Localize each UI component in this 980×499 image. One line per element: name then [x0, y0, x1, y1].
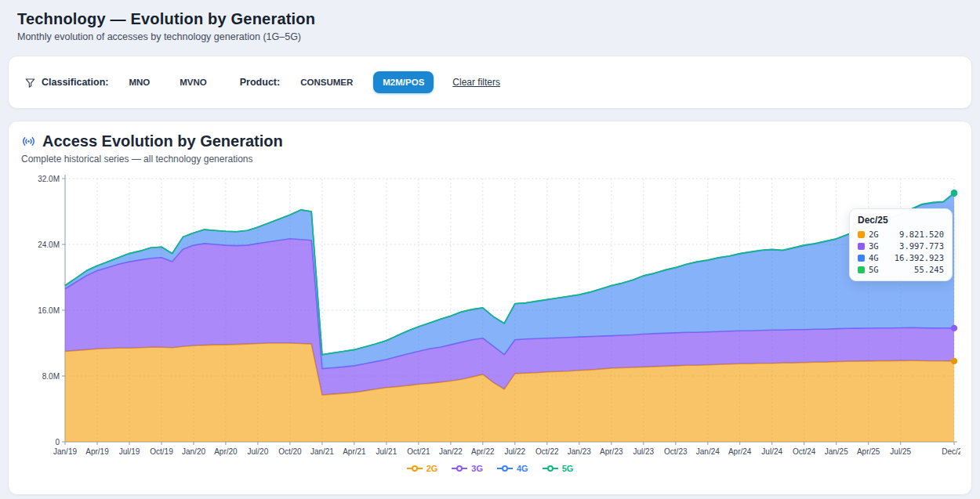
page-title: Technology — Evolution by Generation [17, 10, 963, 28]
svg-text:Apr/22: Apr/22 [471, 447, 495, 456]
svg-text:Apr/24: Apr/24 [728, 447, 752, 456]
svg-text:Jan/21: Jan/21 [310, 447, 334, 456]
tooltip-row: 4G16.392.923 [858, 253, 944, 262]
svg-text:Apr/25: Apr/25 [857, 447, 880, 456]
broadcast-icon [21, 134, 36, 149]
legend-item-2g[interactable]: 2G [407, 464, 438, 473]
chart-title: Access Evolution by Generation [42, 132, 283, 150]
tooltip-date: Dec/25 [858, 215, 944, 226]
svg-text:Jul/23: Jul/23 [633, 447, 654, 456]
svg-text:Oct/20: Oct/20 [278, 447, 302, 456]
svg-text:Apr/21: Apr/21 [343, 447, 366, 456]
legend-marker-icon [407, 465, 423, 472]
legend-marker-icon [452, 465, 467, 472]
svg-text:Apr/23: Apr/23 [600, 447, 623, 456]
chart-area[interactable]: Jan/19Apr/19Jul/19Oct/19Jan/20Apr/20Jul/… [21, 171, 959, 462]
svg-text:24.0M: 24.0M [38, 240, 60, 249]
svg-text:Dec/25: Dec/25 [942, 447, 960, 456]
funnel-icon [24, 77, 36, 89]
svg-text:Jan/19: Jan/19 [53, 447, 77, 456]
product-label: Product: [240, 77, 280, 88]
svg-text:Oct/24: Oct/24 [793, 447, 816, 456]
svg-text:8.0M: 8.0M [42, 372, 60, 381]
svg-text:Oct/23: Oct/23 [664, 447, 688, 456]
svg-text:Oct/21: Oct/21 [407, 447, 430, 456]
svg-text:Jan/24: Jan/24 [696, 447, 720, 456]
svg-text:Jul/20: Jul/20 [248, 447, 269, 456]
chart-card: Access Evolution by Generation Complete … [8, 121, 972, 495]
legend-item-4g[interactable]: 4G [497, 464, 528, 473]
stacked-area-chart[interactable]: Jan/19Apr/19Jul/19Oct/19Jan/20Apr/20Jul/… [21, 171, 960, 459]
svg-text:Jan/23: Jan/23 [568, 447, 591, 456]
filter-mno-button[interactable]: MNO [119, 71, 159, 93]
svg-text:32.0M: 32.0M [38, 175, 60, 183]
tooltip-row: 2G9.821.520 [858, 230, 944, 239]
legend-item-3g[interactable]: 3G [452, 464, 483, 473]
page-header: Technology — Evolution by Generation Mon… [0, 0, 980, 49]
svg-text:Jul/25: Jul/25 [890, 447, 911, 456]
svg-text:0: 0 [55, 438, 60, 447]
tooltip-row: 3G3.997.773 [858, 241, 944, 251]
filter-bar: Classification: MNO MVNO Product: CONSUM… [8, 56, 972, 109]
svg-text:Jul/19: Jul/19 [119, 447, 140, 456]
legend-item-5g[interactable]: 5G [543, 464, 574, 473]
svg-text:Jan/22: Jan/22 [439, 447, 463, 456]
svg-text:Jul/24: Jul/24 [761, 447, 782, 456]
series-swatch [858, 231, 865, 238]
svg-text:Jan/20: Jan/20 [182, 447, 205, 456]
svg-text:Jul/21: Jul/21 [376, 447, 397, 456]
svg-text:Oct/19: Oct/19 [150, 447, 173, 456]
filter-mvno-button[interactable]: MVNO [170, 71, 216, 93]
svg-text:16.0M: 16.0M [38, 306, 60, 315]
series-swatch [858, 266, 865, 273]
svg-text:Apr/20: Apr/20 [214, 447, 238, 456]
svg-text:Apr/19: Apr/19 [85, 447, 109, 456]
svg-text:Jul/22: Jul/22 [504, 447, 525, 456]
series-swatch [858, 255, 865, 262]
legend-marker-icon [497, 465, 513, 472]
page-subtitle: Monthly evolution of accesses by technol… [17, 31, 963, 42]
chart-legend: 2G3G4G5G [21, 464, 959, 473]
svg-text:Oct/22: Oct/22 [535, 447, 559, 456]
classification-label: Classification: [24, 77, 108, 89]
clear-filters-link[interactable]: Clear filters [452, 77, 500, 88]
filter-m2mpos-button[interactable]: M2M/POS [373, 71, 434, 93]
series-swatch [858, 243, 865, 250]
chart-subtitle: Complete historical series — all technol… [21, 154, 959, 165]
filter-consumer-button[interactable]: CONSUMER [291, 71, 362, 93]
svg-text:Jan/25: Jan/25 [825, 447, 848, 456]
chart-tooltip: Dec/25 2G9.821.5203G3.997.7734G16.392.92… [849, 208, 953, 281]
tooltip-row: 5G55.245 [858, 265, 944, 274]
legend-marker-icon [543, 465, 558, 472]
